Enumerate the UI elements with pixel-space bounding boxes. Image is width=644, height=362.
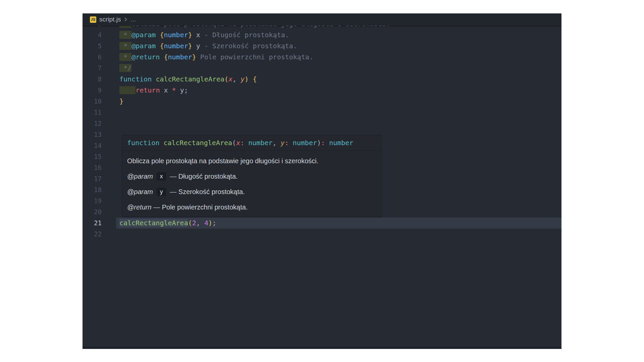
code-token — [156, 31, 160, 39]
code-token: { — [160, 42, 164, 50]
code-token: y — [176, 86, 184, 94]
param-name-chip: x — [157, 172, 166, 181]
code-token: x — [236, 139, 240, 147]
line-number[interactable]: 4 — [83, 29, 102, 41]
code-token: @param — [131, 42, 156, 50]
code-token — [289, 139, 293, 147]
code-token: : — [321, 139, 325, 147]
tooltip-jsdoc-row: @paramx— Długość prostokąta. — [127, 169, 376, 184]
code-line[interactable]: * @return {number} Pole powierzchni pros… — [119, 52, 313, 63]
code-token — [249, 75, 253, 83]
code-token: ; — [212, 219, 216, 227]
line-number[interactable]: 12 — [83, 118, 102, 129]
code-line[interactable]: * Oblicza pole prostokąta na podstawie j… — [119, 25, 390, 29]
code-token: , — [196, 219, 204, 227]
code-token — [119, 86, 136, 94]
code-token: : — [285, 139, 289, 147]
line-number[interactable]: 8 — [83, 74, 102, 85]
code-token: x — [228, 75, 232, 83]
code-line[interactable]: * @param {number} y - Szerokość prostoką… — [119, 41, 297, 52]
breadcrumb-item-filename[interactable]: script.js — [99, 16, 121, 23]
code-line[interactable]: * @param {number} x - Długość prostokąta… — [119, 29, 289, 41]
jsdoc-tag: @param — [127, 173, 153, 180]
code-token: calcRectangleArea — [119, 219, 188, 227]
line-number[interactable]: 6 — [83, 52, 102, 63]
code-token — [192, 31, 196, 39]
code-token: - Szerokość prostokąta. — [200, 42, 297, 50]
screenshot-canvas: JS script.js ... 34567891011121314151617… — [0, 0, 644, 362]
code-line[interactable]: calcRectangleArea(2, 4); — [119, 218, 216, 229]
line-number[interactable]: 13 — [83, 129, 102, 140]
tooltip-text: — Pole powierzchni prostokąta. — [152, 203, 248, 211]
line-number[interactable]: 10 — [83, 96, 102, 107]
code-token: } — [119, 97, 123, 105]
line-number[interactable]: 20 — [83, 206, 102, 218]
code-line[interactable]: return x * y; — [119, 85, 188, 96]
line-number[interactable]: 22 — [83, 229, 102, 240]
code-token — [160, 53, 164, 61]
code-token: x — [160, 86, 172, 94]
code-token: * — [119, 53, 131, 61]
code-token: number — [329, 139, 353, 147]
code-token: - Długość prostokąta. — [200, 31, 289, 39]
line-number[interactable]: 7 — [83, 63, 102, 74]
tooltip-jsdoc-row: @paramy— Szerokość prostokąta. — [127, 184, 376, 199]
window-bottom-edge — [83, 347, 561, 349]
jsdoc-tag: @param — [127, 188, 153, 196]
code-token: 2 — [192, 219, 196, 227]
code-token: * — [119, 25, 131, 28]
line-number[interactable]: 9 — [83, 85, 102, 96]
tooltip-description: Oblicza pole prostokąta na podstawie jeg… — [127, 153, 376, 169]
breadcrumb-item-more[interactable]: ... — [130, 16, 136, 23]
line-number[interactable]: 5 — [83, 41, 102, 52]
line-number[interactable]: 17 — [83, 173, 102, 184]
code-token: function — [119, 75, 152, 83]
tooltip-body: Oblicza pole prostokąta na podstawie jeg… — [122, 150, 381, 217]
line-number[interactable]: 16 — [83, 162, 102, 173]
code-token: : — [240, 139, 244, 147]
code-token: calcRectangleArea — [163, 139, 232, 147]
code-line[interactable]: */ — [119, 63, 131, 74]
code-token: */ — [119, 64, 131, 72]
code-token: y — [240, 75, 245, 83]
code-token: number — [164, 31, 188, 39]
code-token: ) — [245, 75, 249, 83]
code-token: { — [164, 53, 168, 61]
code-token: * — [172, 86, 176, 94]
code-line[interactable]: } — [119, 96, 123, 107]
hover-tooltip: function calcRectangleArea(x: number, y:… — [122, 135, 382, 217]
line-number[interactable]: 15 — [83, 151, 102, 162]
code-token: * — [119, 31, 131, 39]
code-token: ; — [184, 86, 188, 94]
tooltip-jsdoc-row: @return — Pole powierzchni prostokąta. — [127, 199, 376, 215]
breadcrumb[interactable]: JS script.js ... — [83, 13, 561, 25]
line-number[interactable]: 3 — [83, 25, 102, 29]
code-token: x — [196, 31, 200, 39]
line-number[interactable]: 18 — [83, 184, 102, 195]
code-token: Pole powierzchni prostokąta. — [196, 53, 313, 61]
code-token: number — [168, 53, 192, 61]
code-token: } — [188, 42, 192, 50]
code-token: ) — [208, 219, 212, 227]
editor-window: JS script.js ... 34567891011121314151617… — [83, 13, 561, 349]
code-token: number — [248, 139, 272, 147]
line-number[interactable]: 11 — [83, 107, 102, 118]
code-token: ( — [232, 139, 236, 147]
jsdoc-tag: @return — [127, 203, 152, 211]
code-token — [325, 139, 329, 147]
code-token — [152, 75, 156, 83]
code-token: { — [160, 31, 164, 39]
code-line[interactable]: function calcRectangleArea(x, y) { — [119, 74, 257, 85]
code-token — [156, 42, 160, 50]
code-token: return — [136, 86, 160, 94]
line-number[interactable]: 21 — [83, 218, 102, 229]
code-token: 4 — [204, 219, 208, 227]
code-token — [244, 139, 248, 147]
code-token — [159, 139, 163, 147]
code-token: Oblicza pole prostokąta na podstawie jeg… — [131, 25, 390, 28]
line-number[interactable]: 19 — [83, 195, 102, 206]
line-number[interactable]: 14 — [83, 140, 102, 151]
tooltip-text: — Długość prostokąta. — [170, 173, 237, 180]
code-token: , — [232, 75, 240, 83]
code-token: , — [273, 139, 281, 147]
